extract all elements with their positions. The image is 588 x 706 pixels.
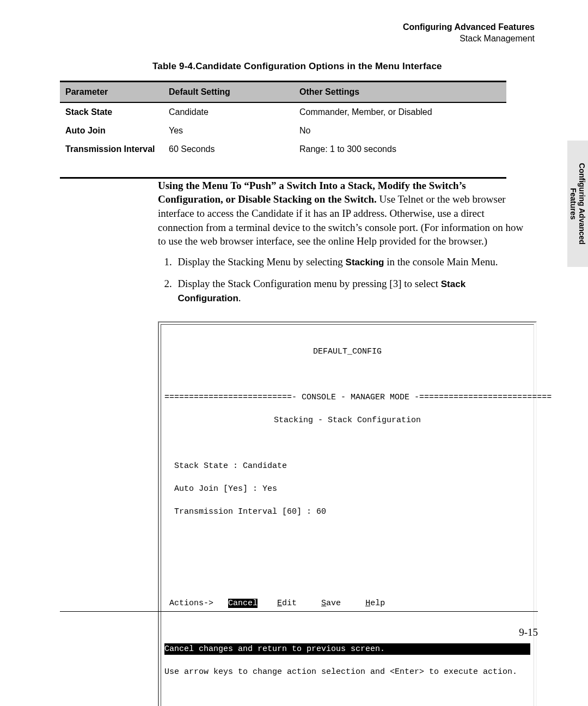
term-status: Cancel changes and return to previous sc…: [164, 643, 530, 655]
term-hint: Use arrow keys to change action selectio…: [164, 666, 530, 678]
term-line-2: Auto Join [Yes] : Yes: [164, 483, 530, 495]
step-1: Display the Stacking Menu by selecting S…: [174, 255, 527, 269]
terminal-screenshot: DEFAULT_CONFIG =========================…: [158, 321, 537, 706]
header-subtitle: Stack Management: [60, 33, 535, 45]
action-cancel[interactable]: Cancel: [228, 599, 258, 608]
th-parameter: Parameter: [60, 82, 163, 102]
term-actions: Actions-> Cancel Edit Save Help: [164, 598, 530, 609]
options-table: Parameter Default Setting Other Settings…: [60, 82, 506, 159]
step-2: Display the Stack Configuration menu by …: [174, 277, 527, 305]
intro-paragraph: Using the Menu To “Push” a Switch Into a…: [158, 179, 527, 248]
th-other: Other Settings: [294, 82, 506, 102]
page-number: 9-15: [519, 626, 538, 638]
body-text: Using the Menu To “Push” a Switch Into a…: [158, 179, 527, 305]
footer-rule: [60, 611, 538, 612]
header-title: Configuring Advanced Features: [60, 22, 535, 33]
term-rule: ==========================- CONSOLE - MA…: [164, 392, 530, 403]
th-default: Default Setting: [163, 82, 294, 102]
term-title: DEFAULT_CONFIG: [164, 346, 530, 357]
table-row: Transmission Interval 60 Seconds Range: …: [60, 140, 506, 159]
term-line-1: Stack State : Candidate: [164, 460, 530, 472]
term-line-3: Transmission Interval [60] : 60: [164, 506, 530, 518]
options-table-wrap: Parameter Default Setting Other Settings…: [60, 81, 506, 179]
table-row: Auto Join Yes No: [60, 121, 506, 140]
table-caption: Table 9-4.Candidate Configuration Option…: [152, 61, 538, 72]
term-subtitle: Stacking - Stack Configuration: [164, 415, 530, 426]
page-header: Configuring Advanced Features Stack Mana…: [60, 22, 535, 45]
side-tab: Configuring Advanced Features: [567, 141, 588, 267]
table-row: Stack State Candidate Commander, Member,…: [60, 102, 506, 121]
